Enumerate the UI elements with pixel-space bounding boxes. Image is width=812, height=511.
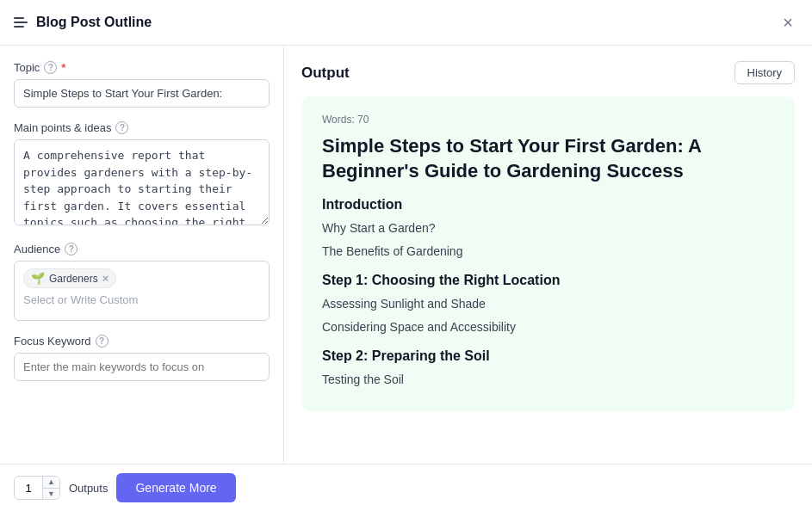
history-button[interactable]: History — [735, 61, 795, 84]
footer-bar: ▲ ▼ Outputs Generate More — [0, 464, 812, 511]
topic-field: Topic ? * — [14, 61, 270, 108]
focus-keyword-help-icon[interactable]: ? — [96, 335, 108, 348]
section-heading-0: Introduction — [322, 197, 774, 212]
section-2-item-0: Testing the Soil — [322, 371, 774, 389]
stepper-controls: ▲ ▼ — [42, 477, 59, 500]
main-points-help-icon[interactable]: ? — [115, 121, 128, 134]
main-points-field: Main points & ideas ? A comprehensive re… — [14, 121, 270, 229]
topic-label: Topic ? * — [14, 61, 270, 74]
main-points-label: Main points & ideas ? — [14, 121, 270, 134]
right-panel: Output History Words: 70 Simple Steps to… — [284, 46, 812, 464]
section-1-item-1: Considering Space and Accessibility — [322, 318, 774, 336]
app-header: Blog Post Outline × — [0, 0, 812, 46]
menu-icon[interactable] — [14, 17, 28, 28]
focus-keyword-input[interactable] — [14, 353, 270, 381]
output-card: Words: 70 Simple Steps to Start Your Fir… — [301, 96, 795, 411]
focus-keyword-field: Focus Keyword ? — [14, 335, 270, 381]
audience-box[interactable]: 🌱 Gardeners × Select or Write Custom — [14, 261, 270, 321]
section-heading-1: Step 1: Choosing the Right Location — [322, 273, 774, 288]
outputs-stepper[interactable]: ▲ ▼ — [14, 476, 60, 501]
left-panel: Topic ? * Main points & ideas ? A compre… — [0, 46, 284, 464]
outputs-label: Outputs — [69, 482, 108, 495]
stepper-up-button[interactable]: ▲ — [43, 477, 59, 489]
audience-help-icon[interactable]: ? — [65, 243, 77, 256]
audience-placeholder: Select or Write Custom — [23, 293, 260, 306]
app-title: Blog Post Outline — [36, 15, 152, 30]
stepper-down-button[interactable]: ▼ — [43, 489, 59, 500]
audience-field: Audience ? 🌱 Gardeners × Select or Write… — [14, 243, 270, 321]
output-header: Output History — [301, 61, 795, 84]
section-heading-2: Step 2: Preparing the Soil — [322, 348, 774, 364]
outputs-input[interactable] — [15, 478, 42, 498]
focus-keyword-label: Focus Keyword ? — [14, 335, 270, 348]
output-title: Output — [301, 65, 350, 82]
output-h1: Simple Steps to Start Your First Garden:… — [322, 134, 774, 183]
close-button[interactable]: × — [778, 12, 798, 33]
main-points-textarea[interactable]: A comprehensive report that provides gar… — [14, 139, 270, 225]
generate-more-button[interactable]: Generate More — [116, 473, 235, 502]
topic-help-icon[interactable]: ? — [44, 61, 57, 74]
header-left: Blog Post Outline — [14, 15, 152, 30]
audience-label: Audience ? — [14, 243, 270, 256]
tag-remove-button[interactable]: × — [102, 273, 109, 284]
section-1-item-0: Assessing Sunlight and Shade — [322, 295, 774, 313]
tag-label: Gardeners — [49, 273, 98, 285]
topic-input[interactable] — [14, 79, 270, 108]
word-count: Words: 70 — [322, 114, 774, 126]
section-0-item-1: The Benefits of Gardening — [322, 243, 774, 261]
section-0-item-0: Why Start a Garden? — [322, 219, 774, 237]
main-layout: Topic ? * Main points & ideas ? A compre… — [0, 46, 812, 464]
audience-tag: 🌱 Gardeners × — [23, 268, 116, 288]
tag-emoji: 🌱 — [31, 272, 45, 285]
